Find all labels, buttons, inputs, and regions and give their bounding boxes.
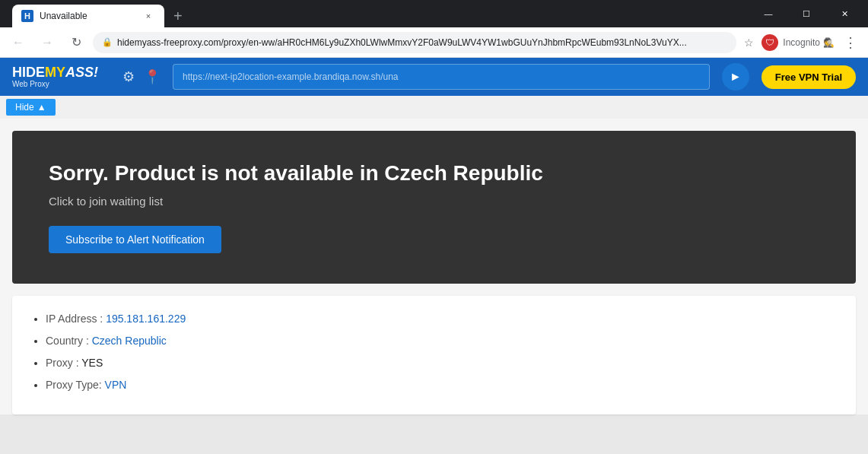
hide-toggle-btn[interactable]: Hide ▲ [6,99,56,116]
country-label: Country : [46,335,92,347]
minimize-btn[interactable]: — [751,0,786,27]
page-content: Sorry. Product is not available in Czech… [0,119,868,414]
close-btn[interactable]: ✕ [827,0,862,27]
address-bar: ← → ↻ 🔒 hidemyass-freeproxy.com/proxy/en… [0,27,868,58]
forward-btn[interactable]: → [35,30,59,55]
hma-proxy-url-text: https://next-ip2location-example.brandiq… [183,71,399,82]
info-list: IP Address : 195.181.161.229 Country : C… [30,311,838,393]
location-icon[interactable]: 📍 [144,68,161,85]
hma-toolbar: HIDEMYASS! Web Proxy ⚙ 📍 https://next-ip… [0,58,868,96]
hma-logo: HIDEMYASS! Web Proxy [12,65,98,89]
hma-logo-sub: Web Proxy [12,80,98,88]
proxy-type-item: Proxy Type: VPN [46,377,838,393]
hma-icon-group: ⚙ 📍 [122,68,161,85]
browser-menu-btn[interactable]: ⋮ [839,31,862,54]
tab-close-btn[interactable]: × [141,9,155,23]
hide-toggle-bar: Hide ▲ [0,96,868,119]
tab-bar: H Unavailable × + [6,0,748,27]
chevron-up-icon: ▲ [37,102,46,113]
hma-vpn-trial-btn[interactable]: Free VPN Trial [761,65,856,89]
new-tab-btn[interactable]: + [164,5,192,27]
proxy-type-value: VPN [105,379,127,391]
ip-value: 195.181.161.229 [106,313,186,325]
maximize-btn[interactable]: ☐ [789,0,824,27]
back-btn[interactable]: ← [6,30,30,55]
hma-go-btn[interactable]: ► [722,63,749,90]
active-tab[interactable]: H Unavailable × [12,5,164,27]
proxy-label: Proxy : [46,357,81,369]
hero-title: Sorry. Product is not available in Czech… [49,161,819,186]
subscribe-btn[interactable]: Subscribe to Alert Notification [49,226,221,253]
settings-icon[interactable]: ⚙ [122,68,135,85]
incognito-area: Incognito 🕵️ [783,37,835,48]
proxy-item: Proxy : YES [46,355,838,371]
incognito-icon: 🕵️ [823,37,835,48]
url-text: hidemyass-freeproxy.com/proxy/en-ww/aHR0… [117,37,727,48]
hero-subtitle: Click to join waiting list [49,195,819,208]
bookmark-btn[interactable]: ☆ [741,37,757,49]
incognito-label: Incognito [783,37,820,48]
country-value: Czech Republic [92,335,167,347]
shield-icon: 🛡 [761,34,778,51]
info-card: IP Address : 195.181.161.229 Country : C… [12,296,856,414]
ip-address-item: IP Address : 195.181.161.229 [46,311,838,327]
tab-title: Unavailable [40,11,87,21]
window-controls: — ☐ ✕ [751,0,862,27]
proxy-type-label: Proxy Type: [46,379,105,391]
hide-toggle-label: Hide [15,102,34,113]
reload-btn[interactable]: ↻ [64,30,88,55]
tab-favicon: H [21,10,33,22]
hma-logo-text: HIDEMYASS! [12,65,98,81]
hero-section: Sorry. Product is not available in Czech… [12,131,856,284]
country-item: Country : Czech Republic [46,333,838,349]
url-bar[interactable]: 🔒 hidemyass-freeproxy.com/proxy/en-ww/aH… [93,32,736,53]
browser-titlebar: H Unavailable × + — ☐ ✕ [0,0,868,27]
proxy-value: YES [81,357,103,369]
ip-label: IP Address : [46,313,106,325]
lock-icon: 🔒 [102,37,113,47]
hma-proxy-url-bar[interactable]: https://next-ip2location-example.brandiq… [173,64,710,90]
